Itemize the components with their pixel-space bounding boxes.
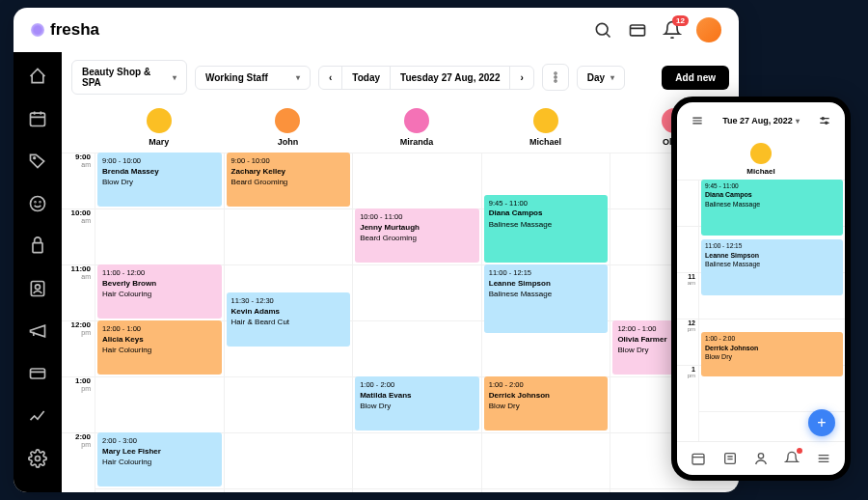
date-display[interactable]: Tuesday 27 Aug, 2022 <box>391 67 510 89</box>
phone-time-column: 11am12pm1pm <box>677 180 698 411</box>
brand-text: fresha <box>50 20 99 40</box>
phone-appointment[interactable]: 11:00 - 12:15Leanne SimpsonBalinese Mass… <box>701 239 843 295</box>
search-icon[interactable] <box>592 19 613 41</box>
phone-time-label <box>677 226 698 272</box>
nav-calendar-icon[interactable] <box>690 450 707 467</box>
date-nav: ‹ Today Tuesday 27 Aug, 2022 › <box>318 66 534 90</box>
staff-header[interactable]: Miranda <box>352 102 481 153</box>
staff-avatar <box>533 108 558 133</box>
desktop-app: fresha 12 Beauty Shop & SPA▾ Working Sta… <box>14 8 739 492</box>
staff-row: MaryJohnMirandaMichaelOlivia <box>62 102 739 153</box>
svg-rect-14 <box>31 369 45 378</box>
staff-avatar <box>147 108 172 133</box>
prev-button[interactable]: ‹ <box>319 67 342 89</box>
appointment-name: Jenny Murtaugh <box>360 223 475 233</box>
topbar: fresha 12 <box>14 8 739 52</box>
nav-user-icon[interactable] <box>752 450 770 467</box>
svg-point-0 <box>596 23 608 35</box>
svg-rect-27 <box>692 454 704 464</box>
appointment-name: Leanne Simpson <box>489 279 604 289</box>
calendar-column[interactable]: 9:00 - 10:00Zachary KelleyBeard Grooming… <box>224 153 353 492</box>
reports-icon[interactable] <box>27 405 48 427</box>
svg-point-17 <box>555 76 556 78</box>
appointment-service: Blow Dry <box>705 352 839 361</box>
home-icon[interactable] <box>27 66 48 87</box>
logo-mark <box>31 23 44 37</box>
calendar-column[interactable]: 9:45 - 11:00Diana CamposBalinese Massage… <box>481 153 610 492</box>
calendar-column[interactable]: 9:00 - 10:00Brenda MasseyBlow Dry11:00 -… <box>95 153 224 492</box>
shop-filter[interactable]: Beauty Shop & SPA▾ <box>71 60 187 95</box>
phone-nav <box>677 441 845 475</box>
appointment-name: Beverly Brown <box>102 279 217 289</box>
staff-header[interactable]: Mary <box>95 102 224 153</box>
phone-time-label: 11am <box>677 272 698 319</box>
fab-add-button[interactable]: + <box>808 409 835 436</box>
time-label: 9:00am <box>62 153 95 208</box>
staff-filter[interactable]: Working Staff▾ <box>195 66 311 90</box>
appointment[interactable]: 11:30 - 12:30Kevin AdamsHair & Beard Cut <box>227 292 351 347</box>
nav-bell-icon[interactable] <box>783 450 800 467</box>
appointment-name: Mary Lee Fisher <box>102 447 217 457</box>
appointment[interactable]: 2:00 - 3:00Mary Lee FisherHair Colouring <box>97 432 222 486</box>
staff-avatar <box>404 108 429 133</box>
menu-icon[interactable] <box>687 110 708 131</box>
appointment[interactable]: 12:00 - 1:00Alicia KeysHair Colouring <box>97 320 222 375</box>
appointment[interactable]: 9:45 - 11:00Diana CamposBalinese Massage <box>484 195 609 264</box>
phone-time-label: 12pm <box>677 319 698 365</box>
appointment-time: 9:45 - 11:00 <box>489 199 604 208</box>
add-new-button[interactable]: Add new <box>662 66 729 90</box>
appointment-name: Derrick Johnson <box>705 344 839 352</box>
controls: Beauty Shop & SPA▾ Working Staff▾ ‹ Toda… <box>62 52 739 102</box>
nav-list-icon[interactable] <box>721 450 739 467</box>
nav-menu-icon[interactable] <box>815 450 832 467</box>
wallet-icon[interactable] <box>627 19 648 41</box>
time-label: 12:00pm <box>62 320 95 376</box>
appointment-service: Blow Dry <box>489 402 604 411</box>
today-button[interactable]: Today <box>342 67 391 89</box>
calendar-icon[interactable] <box>27 108 48 129</box>
appointment-name: Matilda Evans <box>360 391 475 401</box>
customer-icon[interactable] <box>27 278 48 299</box>
phone-staff-avatar[interactable] <box>750 143 772 164</box>
appointment[interactable]: 11:00 - 12:00Beverly BrownHair Colouring <box>97 264 222 319</box>
user-avatar[interactable] <box>696 17 721 42</box>
view-dropdown[interactable]: Day▾ <box>577 66 625 90</box>
filter-settings-icon[interactable] <box>542 64 569 91</box>
appointment[interactable]: 11:00 - 12:15Leanne SimpsonBalinese Mass… <box>484 264 609 333</box>
phone-appointment[interactable]: 9:45 - 11:00Diana CamposBalinese Massage <box>701 180 843 236</box>
staff-header[interactable]: Michael <box>481 102 610 153</box>
staff-name-label: Miranda <box>400 137 434 147</box>
next-button[interactable]: › <box>510 67 532 89</box>
product-icon[interactable] <box>27 236 48 257</box>
appointment-time: 10:00 - 11:00 <box>360 212 475 222</box>
tag-icon[interactable] <box>27 151 48 172</box>
appointment-time: 11:00 - 12:15 <box>489 268 604 278</box>
staff-header[interactable]: John <box>224 102 353 153</box>
staff-name-label: Michael <box>529 137 561 147</box>
appointment[interactable]: 9:00 - 10:00Zachary KelleyBeard Grooming <box>227 153 351 207</box>
phone-date[interactable]: Tue 27 Aug, 2022▾ <box>722 116 800 125</box>
phone-appointment[interactable]: 1:00 - 2:00Derrick JohnsonBlow Dry <box>701 332 843 376</box>
calendar-columns: 9:00 - 10:00Brenda MasseyBlow Dry11:00 -… <box>95 153 739 492</box>
calendar-column[interactable]: 10:00 - 11:00Jenny MurtaughBeard Groomin… <box>352 153 481 492</box>
phone-grid: 11am12pm1pm 9:45 - 11:00Diana CamposBali… <box>677 180 845 441</box>
appointment[interactable]: 1:00 - 2:00Matilda EvansBlow Dry <box>355 376 479 431</box>
appointment-name: Alicia Keys <box>102 335 217 345</box>
settings-icon[interactable] <box>27 448 48 469</box>
appointment-time: 9:00 - 10:00 <box>102 156 217 166</box>
svg-point-13 <box>36 285 41 290</box>
appointment[interactable]: 1:00 - 2:00Derrick JohnsonBlow Dry <box>484 376 609 431</box>
appointment[interactable]: 9:00 - 10:00Brenda MasseyBlow Dry <box>97 153 222 207</box>
face-icon[interactable] <box>27 193 48 214</box>
staff-name-label: Mary <box>149 137 169 147</box>
bell-icon[interactable]: 12 <box>662 19 683 41</box>
appointment-service: Balinese Massage <box>705 200 839 208</box>
svg-point-8 <box>31 197 45 211</box>
svg-rect-2 <box>631 25 645 36</box>
card-icon[interactable] <box>27 363 48 384</box>
sidebar <box>14 52 62 492</box>
sliders-icon[interactable] <box>814 110 835 131</box>
appointment[interactable]: 10:00 - 11:00Jenny MurtaughBeard Groomin… <box>355 208 479 263</box>
appointment-name: Diana Campos <box>705 190 839 199</box>
marketing-icon[interactable] <box>27 320 48 342</box>
